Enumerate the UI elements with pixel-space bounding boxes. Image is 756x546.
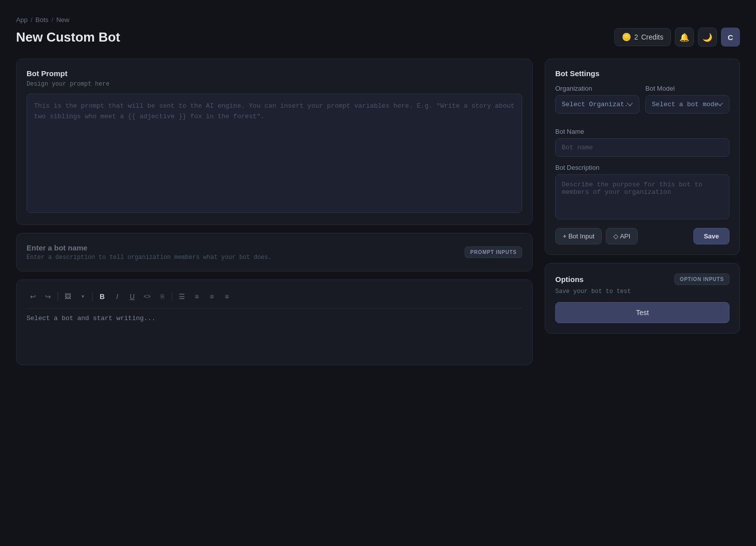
organization-label: Organization [555, 85, 639, 92]
options-header: Options OPTION INPUTS [555, 274, 729, 285]
organization-select[interactable]: Select Organizat... [555, 95, 639, 114]
credits-count: 2 [634, 33, 638, 41]
justify-button[interactable]: ≡ [220, 290, 233, 303]
bold-button[interactable]: B [96, 290, 109, 303]
notification-button[interactable]: 🔔 [675, 28, 694, 47]
moon-icon: 🌙 [702, 33, 712, 42]
bot-prompt-subtitle: Design your prompt here [27, 81, 522, 88]
image-button[interactable]: 🖼 [61, 290, 74, 303]
editor-card: ↩ ↪ 🖼 ▾ B I U <> ⎘ ☰ ≡ ≡ ≡ Se [16, 280, 533, 365]
align-center-button[interactable]: ≡ [190, 290, 203, 303]
test-button[interactable]: Test [555, 302, 729, 323]
toolbar-separator-1 [58, 292, 58, 301]
bot-model-group: Bot Model Select a bot mode... [645, 85, 729, 114]
editor-content[interactable]: Select a bot and start writing... [27, 315, 522, 355]
italic-button[interactable]: I [111, 290, 124, 303]
bot-prompt-textarea[interactable] [27, 94, 522, 213]
avatar-letter: C [728, 33, 733, 42]
bot-prompt-title: Bot Prompt [27, 69, 522, 78]
organization-group: Organization Select Organizat... [555, 85, 639, 114]
code-button[interactable]: <> [141, 290, 154, 303]
coin-icon: 🪙 [622, 33, 631, 42]
bot-description-textarea[interactable] [555, 174, 729, 219]
prompt-inputs-badge: PROMPT INPUTS [465, 246, 522, 258]
bot-model-select[interactable]: Select a bot mode... [645, 95, 729, 114]
bot-description-label: Bot Description [555, 164, 729, 171]
editor-toolbar: ↩ ↪ 🖼 ▾ B I U <> ⎘ ☰ ≡ ≡ ≡ [27, 290, 522, 309]
option-inputs-badge: OPTION INPUTS [674, 274, 729, 285]
toolbar-separator-3 [172, 292, 172, 301]
toolbar-separator-2 [92, 292, 93, 301]
bot-name-group: Bot Name [555, 128, 729, 157]
align-right-button[interactable]: ≡ [205, 290, 218, 303]
undo-button[interactable]: ↩ [27, 290, 40, 303]
bot-model-label: Bot Model [645, 85, 729, 92]
bot-name-input[interactable] [555, 138, 729, 157]
save-button[interactable]: Save [693, 228, 729, 244]
bot-name-card-description: Enter a description to tell organization… [27, 254, 272, 261]
bot-name-card-title: Enter a bot name [27, 243, 272, 252]
breadcrumb-sep-2: / [52, 16, 54, 24]
bot-input-button[interactable]: + Bot Input [555, 228, 602, 244]
options-title: Options [555, 275, 584, 284]
credits-badge[interactable]: 🪙 2 Credits [614, 28, 671, 46]
settings-action-row: + Bot Input ◇ API Save [555, 228, 729, 244]
bot-name-card: Enter a bot name Enter a description to … [16, 233, 533, 271]
options-subtitle: Save your bot to test [555, 288, 729, 295]
options-card: Options OPTION INPUTS Save your bot to t… [545, 263, 740, 334]
link-button[interactable]: ⎘ [156, 290, 169, 303]
breadcrumb-bots[interactable]: Bots [36, 16, 49, 24]
right-column: Bot Settings Organization Select Organiz… [545, 59, 740, 334]
bot-name-left: Enter a bot name Enter a description to … [27, 243, 272, 261]
header-controls: 🪙 2 Credits 🔔 🌙 C [614, 28, 740, 47]
theme-toggle-button[interactable]: 🌙 [698, 28, 717, 47]
breadcrumb: App / Bots / New [16, 16, 740, 24]
header-row: New Custom Bot 🪙 2 Credits 🔔 🌙 C [16, 28, 740, 47]
left-column: Bot Prompt Design your prompt here Enter… [16, 59, 533, 365]
bot-name-label: Bot Name [555, 128, 729, 135]
credits-label: Credits [641, 33, 663, 41]
avatar-button[interactable]: C [721, 28, 740, 47]
page-title: New Custom Bot [16, 30, 120, 45]
bell-icon: 🔔 [679, 33, 689, 42]
breadcrumb-new[interactable]: New [56, 16, 69, 24]
bot-settings-title: Bot Settings [555, 69, 729, 78]
underline-button[interactable]: U [126, 290, 139, 303]
breadcrumb-sep-1: / [31, 16, 33, 24]
api-button[interactable]: ◇ API [606, 228, 638, 244]
bot-prompt-card: Bot Prompt Design your prompt here [16, 59, 533, 225]
bot-description-group: Bot Description [555, 164, 729, 221]
bot-settings-card: Bot Settings Organization Select Organiz… [545, 59, 740, 255]
redo-button[interactable]: ↪ [42, 290, 55, 303]
org-model-row: Organization Select Organizat... Bot Mod… [555, 85, 729, 121]
breadcrumb-app[interactable]: App [16, 16, 28, 24]
image-dropdown-button[interactable]: ▾ [76, 290, 89, 303]
align-left-button[interactable]: ☰ [175, 290, 188, 303]
main-layout: Bot Prompt Design your prompt here Enter… [16, 59, 740, 365]
